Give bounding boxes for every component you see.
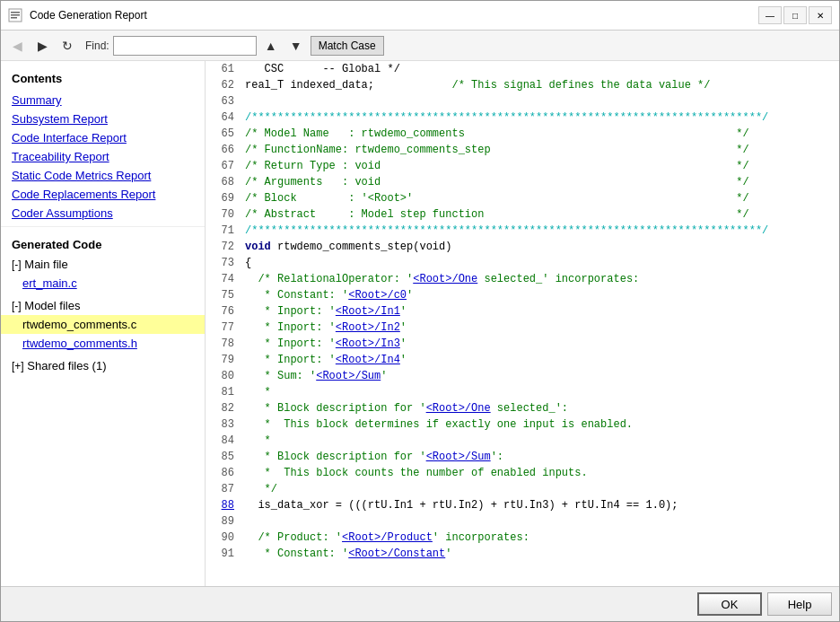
maximize-button[interactable]: □ (783, 6, 807, 24)
sidebar-item-coder-assumptions[interactable]: Coder Assumptions (1, 204, 205, 223)
ok-button[interactable]: OK (697, 592, 762, 616)
table-row: 73{ (206, 255, 839, 271)
model-files-label: Model files (24, 299, 80, 312)
shared-files-label: Shared files (1) (27, 359, 106, 372)
minimize-button[interactable]: — (758, 6, 782, 24)
code-line-content: CSC -- Global */ (241, 61, 839, 77)
table-row: 82 * Block description for '<Root>/One s… (206, 400, 839, 416)
line-number: 80 (206, 368, 241, 384)
line-number: 79 (206, 352, 241, 368)
table-row: 61 CSC -- Global */ (206, 61, 839, 77)
line-number: 66 (206, 142, 241, 158)
code-line-content: /***************************************… (241, 223, 839, 239)
help-button[interactable]: Help (767, 592, 832, 616)
code-line-content: /* Product: '<Root>/Product' incorporate… (241, 530, 839, 546)
ert-main-link[interactable]: ert_main.c (1, 274, 205, 293)
table-row: 63 (206, 93, 839, 110)
main-file-section: [-] Main file (1, 255, 205, 274)
code-link[interactable]: <Root>/In2 (336, 321, 400, 334)
code-link[interactable]: <Root>/In3 (336, 337, 400, 350)
code-scroll[interactable]: 61 CSC -- Global */62real_T indexed_data… (206, 61, 839, 586)
close-button[interactable]: ✕ (809, 6, 832, 24)
line-number: 72 (206, 239, 241, 255)
code-line-content (241, 93, 839, 110)
code-link[interactable]: <Root>/Product (342, 531, 433, 544)
forward-button[interactable]: ▶ (31, 35, 53, 57)
table-row: 68/* Arguments : void */ (206, 174, 839, 190)
code-line-content: */ (241, 481, 839, 497)
find-label: Find: (85, 39, 109, 52)
code-line-content: * Inport: '<Root>/In3' (241, 336, 839, 352)
code-link[interactable]: <Root>/In1 (336, 305, 400, 318)
line-88-link[interactable]: 88 (222, 499, 234, 512)
refresh-button[interactable]: ↻ (57, 35, 78, 57)
line-number: 91 (206, 546, 241, 562)
table-row: 67/* Return Type : void */ (206, 158, 839, 174)
code-link[interactable]: <Root>/Sum (316, 370, 381, 382)
main-file-toggle[interactable]: [-] (12, 258, 22, 271)
match-case-button[interactable]: Match Case (311, 36, 384, 56)
line-number: 69 (206, 190, 241, 206)
table-row: 90 /* Product: '<Root>/Product' incorpor… (206, 530, 839, 546)
active-model-file[interactable]: rtwdemo_comments.c (1, 315, 205, 334)
line-number: 86 (206, 465, 241, 481)
model-file-h-link[interactable]: rtwdemo_comments.h (1, 334, 205, 353)
table-row: 91 * Constant: '<Root>/Constant' (206, 546, 839, 562)
code-link[interactable]: <Root>/Constant (348, 548, 445, 560)
code-line-content: * This block determines if exactly one i… (241, 416, 839, 433)
code-line-content: /* Model Name : rtwdemo_comments */ (241, 126, 839, 142)
code-line-content: * Constant: '<Root>/Constant' (241, 546, 839, 562)
table-row: 83 * This block determines if exactly on… (206, 416, 839, 433)
line-number: 67 (206, 158, 241, 174)
table-row: 77 * Inport: '<Root>/In2' (206, 320, 839, 336)
code-line-content: * Block description for '<Root>/Sum': (241, 449, 839, 465)
line-number: 76 (206, 303, 241, 320)
find-down-button[interactable]: ▼ (285, 35, 307, 57)
code-link[interactable]: <Root>/c0 (348, 289, 407, 302)
code-link[interactable]: <Root>/One (426, 402, 491, 415)
sidebar-item-code-interface[interactable]: Code Interface Report (1, 128, 205, 147)
find-input[interactable] (113, 36, 257, 56)
line-number: 90 (206, 530, 241, 546)
sidebar: Contents Summary Subsystem Report Code I… (1, 61, 206, 586)
sidebar-item-static-code[interactable]: Static Code Metrics Report (1, 166, 205, 185)
code-line-content: /***************************************… (241, 110, 839, 126)
toolbar: ◀ ▶ ↻ Find: ▲ ▼ Match Case (1, 31, 839, 61)
window-title: Code Generation Report (30, 9, 751, 22)
code-link[interactable]: <Root>/In4 (336, 354, 400, 366)
table-row: 84 * (206, 433, 839, 449)
table-row: 75 * Constant: '<Root>/c0' (206, 287, 839, 303)
line-number: 88 (206, 497, 241, 513)
line-number: 74 (206, 271, 241, 287)
line-number: 81 (206, 384, 241, 400)
code-link[interactable]: <Root>/Sum (426, 451, 491, 463)
table-row: 78 * Inport: '<Root>/In3' (206, 336, 839, 352)
code-line-content: * Inport: '<Root>/In1' (241, 303, 839, 320)
code-line-content: * Inport: '<Root>/In4' (241, 352, 839, 368)
line-number: 87 (206, 481, 241, 497)
back-button[interactable]: ◀ (6, 35, 28, 57)
line-number: 62 (206, 77, 241, 93)
shared-files-toggle[interactable]: [+] (12, 360, 24, 372)
main-file-label: Main file (24, 258, 67, 271)
line-number: 75 (206, 287, 241, 303)
line-number: 64 (206, 110, 241, 126)
sidebar-item-traceability[interactable]: Traceability Report (1, 147, 205, 166)
code-line-content: * Inport: '<Root>/In2' (241, 320, 839, 336)
window-controls: — □ ✕ (758, 6, 832, 24)
table-row: 80 * Sum: '<Root>/Sum' (206, 368, 839, 384)
sidebar-item-subsystem-report[interactable]: Subsystem Report (1, 110, 205, 128)
sidebar-item-code-replacements[interactable]: Code Replacements Report (1, 185, 205, 204)
table-row: 70/* Abstract : Model step function */ (206, 206, 839, 223)
sidebar-item-summary[interactable]: Summary (1, 91, 205, 110)
code-line-content: void rtwdemo_comments_step(void) (241, 239, 839, 255)
line-number: 71 (206, 223, 241, 239)
model-files-toggle[interactable]: [-] (12, 300, 22, 312)
code-line-content: /* Abstract : Model step function */ (241, 206, 839, 223)
find-up-button[interactable]: ▲ (260, 35, 282, 57)
line-number: 65 (206, 126, 241, 142)
table-row: 89 (206, 513, 839, 530)
code-line-content: /* Block : '<Root>' */ (241, 190, 839, 206)
line-number: 89 (206, 513, 241, 530)
code-link[interactable]: <Root>/One (413, 273, 477, 285)
